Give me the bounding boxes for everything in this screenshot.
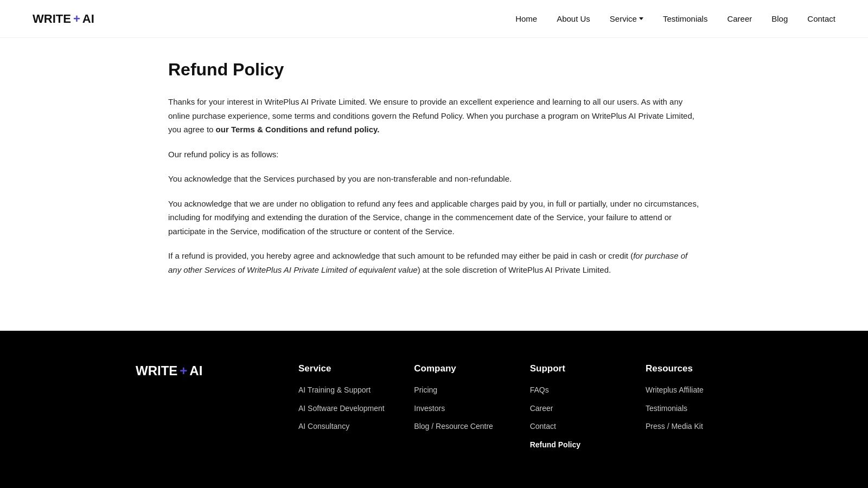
logo-text-write: WRITE	[33, 12, 71, 26]
footer-resources-col: Resources Writeplus Affiliate Testimonia…	[646, 363, 732, 450]
logo[interactable]: WRITE+AI	[33, 12, 94, 26]
footer-service-col: Service AI Training & Support AI Softwar…	[298, 363, 385, 450]
footer-link-faqs[interactable]: FAQs	[530, 385, 617, 396]
footer-service-title: Service	[298, 363, 385, 374]
footer-link-ai-training[interactable]: AI Training & Support	[298, 385, 385, 396]
footer-logo: WRITE+AI	[136, 363, 202, 378]
footer-link-blog-resource[interactable]: Blog / Resource Centre	[414, 421, 501, 432]
footer-link-press-media[interactable]: Press / Media Kit	[646, 421, 732, 432]
footer-support-col: Support FAQs Career Contact Refund Polic…	[530, 363, 617, 450]
footer-company-col: Company Pricing Investors Blog / Resourc…	[414, 363, 501, 450]
policy-paragraph-4: You acknowledge that we are under no obl…	[168, 197, 700, 239]
main-content: Refund Policy Thanks for your interest i…	[136, 38, 732, 331]
chevron-down-icon	[639, 17, 643, 20]
policy-paragraph-1: Thanks for your interest in WritePlus AI…	[168, 95, 700, 137]
policy-paragraph-3: You acknowledge that the Services purcha…	[168, 172, 700, 186]
footer: WRITE+AI Service AI Training & Support A…	[0, 331, 868, 488]
footer-link-writeplus-affiliate[interactable]: Writeplus Affiliate	[646, 385, 732, 396]
logo-text-ai: AI	[82, 12, 94, 26]
footer-link-ai-consultancy[interactable]: AI Consultancy	[298, 421, 385, 432]
footer-link-testimonials[interactable]: Testimonials	[646, 403, 732, 414]
para1-bold: our Terms & Conditions and refund policy…	[216, 125, 380, 134]
nav-about-us[interactable]: About Us	[557, 14, 590, 23]
footer-link-pricing[interactable]: Pricing	[414, 385, 501, 396]
footer-company-title: Company	[414, 363, 501, 374]
nav-service[interactable]: Service	[610, 14, 643, 23]
footer-link-contact[interactable]: Contact	[530, 421, 617, 432]
main-nav: Home About Us Service Testimonials Caree…	[515, 14, 835, 23]
footer-support-title: Support	[530, 363, 617, 374]
footer-logo-plus-icon: +	[180, 363, 187, 378]
footer-link-ai-software[interactable]: AI Software Development	[298, 403, 385, 414]
footer-columns: Service AI Training & Support AI Softwar…	[298, 363, 732, 450]
logo-plus-icon: +	[73, 12, 80, 26]
header: WRITE+AI Home About Us Service Testimoni…	[0, 0, 868, 38]
page-title: Refund Policy	[168, 60, 700, 80]
footer-logo-write: WRITE	[136, 363, 177, 378]
para5-intro: If a refund is provided, you hereby agre…	[168, 251, 633, 260]
footer-resources-title: Resources	[646, 363, 732, 374]
policy-paragraph-2: Our refund policy is as follows:	[168, 147, 700, 162]
footer-logo-col: WRITE+AI	[136, 363, 266, 378]
footer-inner: WRITE+AI Service AI Training & Support A…	[136, 363, 732, 450]
para5-outro: ) at the sole discretion of WritePlus AI…	[418, 265, 611, 274]
footer-link-refund-policy[interactable]: Refund Policy	[530, 440, 617, 451]
nav-testimonials[interactable]: Testimonials	[663, 14, 708, 23]
nav-home[interactable]: Home	[515, 14, 537, 23]
nav-contact[interactable]: Contact	[807, 14, 835, 23]
nav-career[interactable]: Career	[727, 14, 752, 23]
footer-logo-ai: AI	[189, 363, 202, 378]
nav-blog[interactable]: Blog	[771, 14, 788, 23]
nav-service-label: Service	[610, 14, 637, 23]
footer-link-career[interactable]: Career	[530, 403, 617, 414]
policy-paragraph-5: If a refund is provided, you hereby agre…	[168, 249, 700, 277]
footer-link-investors[interactable]: Investors	[414, 403, 501, 414]
